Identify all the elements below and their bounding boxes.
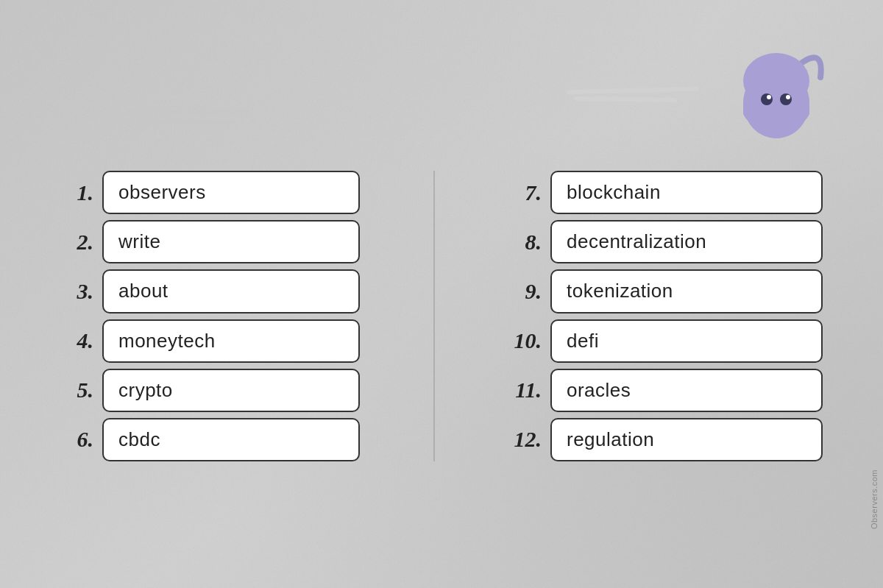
list-item[interactable]: 4.moneytech <box>60 319 360 363</box>
item-number: 12. <box>508 428 542 450</box>
svg-point-4 <box>767 95 771 99</box>
list-item[interactable]: 9.tokenization <box>508 269 823 313</box>
item-number: 1. <box>60 182 93 204</box>
list-item[interactable]: 3.about <box>60 269 360 313</box>
item-label: defi <box>550 319 823 363</box>
item-number: 11. <box>508 379 542 401</box>
ghost-mascot <box>728 40 824 144</box>
item-label: crypto <box>102 369 360 412</box>
sketch-lines-right <box>567 88 699 106</box>
list-item[interactable]: 12.regulation <box>508 418 823 461</box>
item-label: decentralization <box>550 220 823 263</box>
watermark: Observers.com <box>870 470 879 529</box>
sketch-lines-left <box>88 110 250 128</box>
item-number: 3. <box>60 280 93 302</box>
svg-point-1 <box>743 53 809 109</box>
list-item[interactable]: 8.decentralization <box>508 220 823 263</box>
item-label: about <box>102 269 360 313</box>
item-number: 9. <box>508 280 542 302</box>
column-divider <box>433 171 435 461</box>
left-list-column: 1.observers2.write3.about4.moneytech5.cr… <box>60 171 360 461</box>
list-item[interactable]: 2.write <box>60 220 360 263</box>
item-label: observers <box>102 171 360 214</box>
right-list-column: 7.blockchain8.decentralization9.tokeniza… <box>508 171 823 461</box>
item-label: moneytech <box>102 319 360 363</box>
list-item[interactable]: 7.blockchain <box>508 171 823 214</box>
svg-point-5 <box>786 95 790 99</box>
item-number: 6. <box>60 428 93 450</box>
item-label: cbdc <box>102 418 360 461</box>
item-number: 2. <box>60 231 93 253</box>
item-number: 7. <box>508 182 542 204</box>
item-number: 10. <box>508 330 542 352</box>
item-number: 8. <box>508 231 542 253</box>
list-item[interactable]: 11.oracles <box>508 369 823 412</box>
list-item[interactable]: 10.defi <box>508 319 823 363</box>
svg-point-3 <box>780 93 792 105</box>
list-item[interactable]: 5.crypto <box>60 369 360 412</box>
list-item[interactable]: 6.cbdc <box>60 418 360 461</box>
svg-point-2 <box>761 93 773 105</box>
lists-container: 1.observers2.write3.about4.moneytech5.cr… <box>60 171 823 461</box>
item-label: write <box>102 220 360 263</box>
item-label: oracles <box>550 369 823 412</box>
item-label: tokenization <box>550 269 823 313</box>
item-number: 4. <box>60 330 93 352</box>
item-number: 5. <box>60 379 93 401</box>
list-item[interactable]: 1.observers <box>60 171 360 214</box>
item-label: blockchain <box>550 171 823 214</box>
item-label: regulation <box>550 418 823 461</box>
